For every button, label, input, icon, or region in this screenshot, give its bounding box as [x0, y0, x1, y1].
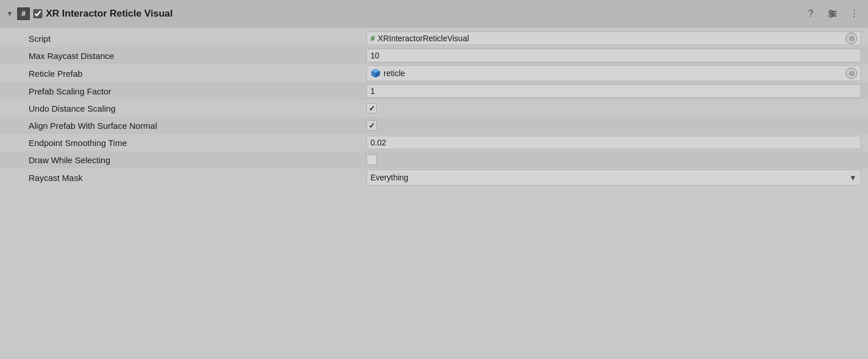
svg-point-4	[833, 13, 835, 15]
endpoint-smoothing-time-label: Endpoint Smoothing Time	[0, 138, 366, 148]
hash-badge: #	[17, 7, 30, 20]
prefab-cube-icon	[370, 68, 381, 78]
script-hash-icon: #	[370, 34, 375, 43]
prefab-field[interactable]: reticle ⊙	[366, 65, 861, 81]
reticle-prefab-value: reticle ⊙	[366, 65, 868, 81]
svg-point-5	[830, 15, 833, 17]
svg-point-3	[830, 10, 832, 13]
raycast-mask-label: Raycast Mask	[0, 173, 366, 183]
prefab-scaling-factor-row: Prefab Scaling Factor	[0, 82, 868, 100]
prefab-scaling-factor-input[interactable]	[366, 84, 861, 98]
align-prefab-label: Align Prefab With Surface Normal	[0, 121, 366, 131]
script-label: Script	[0, 34, 366, 44]
draw-while-selecting-checkbox[interactable]	[366, 155, 377, 165]
prefab-picker-button[interactable]: ⊙	[846, 68, 857, 79]
script-row: Script # XRInteractorReticleVisual ⊙	[0, 30, 868, 47]
raycast-mask-select-wrapper: Everything Nothing Default TransparentFX…	[366, 169, 861, 186]
draw-while-selecting-value	[366, 155, 868, 165]
raycast-mask-row: Raycast Mask Everything Nothing Default …	[0, 168, 868, 187]
collapse-icon[interactable]: ▼	[6, 10, 14, 18]
raycast-mask-select[interactable]: Everything Nothing Default TransparentFX…	[366, 169, 861, 186]
settings-button[interactable]	[824, 6, 841, 22]
header-right: ? ⋮	[803, 6, 862, 22]
help-button[interactable]: ?	[803, 6, 819, 22]
max-raycast-distance-value	[366, 49, 868, 62]
component-header: ▼ # XR Interactor Reticle Visual ? ⋮	[0, 0, 868, 27]
draw-while-selecting-label: Draw While Selecting	[0, 155, 366, 165]
draw-while-selecting-row: Draw While Selecting	[0, 151, 868, 168]
component-title: XR Interactor Reticle Visual	[46, 8, 173, 19]
header-left: ▼ # XR Interactor Reticle Visual	[6, 7, 799, 20]
max-raycast-distance-label: Max Raycast Distance	[0, 51, 366, 61]
properties-grid: Script # XRInteractorReticleVisual ⊙ Max…	[0, 27, 868, 189]
align-prefab-checkbox[interactable]	[366, 120, 377, 131]
enable-checkbox[interactable]	[33, 9, 42, 18]
component-panel: ▼ # XR Interactor Reticle Visual ? ⋮	[0, 0, 868, 189]
undo-distance-scaling-row: Undo Distance Scaling	[0, 100, 868, 117]
script-picker-button[interactable]: ⊙	[846, 33, 857, 44]
endpoint-smoothing-time-input[interactable]	[366, 136, 861, 149]
align-prefab-row: Align Prefab With Surface Normal	[0, 117, 868, 134]
prefab-scaling-factor-value	[366, 84, 868, 98]
undo-distance-scaling-value	[366, 103, 868, 113]
reticle-prefab-row: Reticle Prefab reticle ⊙	[0, 64, 868, 82]
prefab-scaling-factor-label: Prefab Scaling Factor	[0, 86, 366, 96]
script-field: # XRInteractorReticleVisual ⊙	[366, 31, 861, 45]
undo-distance-scaling-checkbox[interactable]	[366, 103, 377, 113]
reticle-prefab-label: Reticle Prefab	[0, 69, 366, 78]
max-raycast-distance-input[interactable]	[366, 49, 861, 62]
align-prefab-value	[366, 120, 868, 131]
endpoint-smoothing-time-value	[366, 136, 868, 149]
script-value: # XRInteractorReticleVisual ⊙	[366, 31, 868, 45]
prefab-name: reticle	[384, 69, 843, 78]
raycast-mask-value: Everything Nothing Default TransparentFX…	[366, 169, 868, 186]
max-raycast-distance-row: Max Raycast Distance	[0, 47, 868, 64]
more-button[interactable]: ⋮	[846, 6, 862, 22]
script-name: XRInteractorReticleVisual	[378, 34, 843, 43]
undo-distance-scaling-label: Undo Distance Scaling	[0, 104, 366, 113]
endpoint-smoothing-time-row: Endpoint Smoothing Time	[0, 134, 868, 151]
